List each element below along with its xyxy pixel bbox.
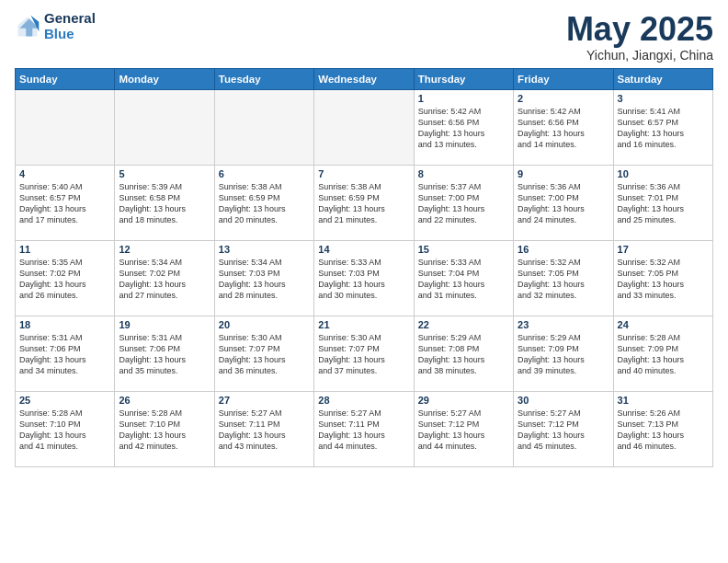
calendar-cell: 19Sunrise: 5:31 AMSunset: 7:06 PMDayligh… [115, 316, 214, 391]
calendar-cell [314, 89, 414, 165]
day-number: 10 [618, 168, 709, 179]
calendar-cell: 3Sunrise: 5:41 AMSunset: 6:57 PMDaylight… [613, 89, 712, 165]
day-info: Sunrise: 5:38 AMSunset: 6:59 PMDaylight:… [318, 181, 409, 226]
calendar-cell: 25Sunrise: 5:28 AMSunset: 7:10 PMDayligh… [16, 391, 115, 466]
day-info: Sunrise: 5:31 AMSunset: 7:06 PMDaylight:… [119, 332, 210, 377]
day-info: Sunrise: 5:39 AMSunset: 6:58 PMDaylight:… [119, 181, 210, 226]
day-info: Sunrise: 5:28 AMSunset: 7:10 PMDaylight:… [19, 408, 110, 453]
day-info: Sunrise: 5:28 AMSunset: 7:10 PMDaylight:… [119, 408, 210, 453]
day-number: 12 [119, 244, 210, 255]
day-number: 28 [318, 395, 409, 406]
day-number: 17 [618, 244, 709, 255]
location-subtitle: Yichun, Jiangxi, China [566, 48, 713, 63]
day-number: 30 [518, 395, 609, 406]
day-number: 16 [518, 244, 609, 255]
calendar-cell: 2Sunrise: 5:42 AMSunset: 6:56 PMDaylight… [514, 89, 613, 165]
calendar-cell: 17Sunrise: 5:32 AMSunset: 7:05 PMDayligh… [613, 240, 712, 316]
day-info: Sunrise: 5:30 AMSunset: 7:07 PMDaylight:… [219, 332, 310, 377]
calendar-cell: 5Sunrise: 5:39 AMSunset: 6:58 PMDaylight… [115, 165, 214, 240]
day-number: 6 [219, 168, 310, 179]
day-number: 18 [19, 319, 110, 330]
day-number: 11 [19, 244, 110, 255]
logo: General Blue [15, 11, 96, 41]
calendar-cell [16, 89, 115, 165]
day-info: Sunrise: 5:37 AMSunset: 7:00 PMDaylight:… [418, 181, 509, 226]
day-info: Sunrise: 5:36 AMSunset: 7:00 PMDaylight:… [518, 181, 609, 226]
calendar-cell: 1Sunrise: 5:42 AMSunset: 6:56 PMDaylight… [414, 89, 513, 165]
day-number: 13 [219, 244, 310, 255]
calendar-cell: 12Sunrise: 5:34 AMSunset: 7:02 PMDayligh… [115, 240, 214, 316]
day-info: Sunrise: 5:34 AMSunset: 7:02 PMDaylight:… [119, 257, 210, 302]
calendar-cell: 13Sunrise: 5:34 AMSunset: 7:03 PMDayligh… [214, 240, 313, 316]
day-info: Sunrise: 5:31 AMSunset: 7:06 PMDaylight:… [19, 332, 110, 377]
day-info: Sunrise: 5:35 AMSunset: 7:02 PMDaylight:… [19, 257, 110, 302]
weekday-header-monday: Monday [115, 68, 214, 89]
calendar-cell: 20Sunrise: 5:30 AMSunset: 7:07 PMDayligh… [214, 316, 313, 391]
day-number: 24 [618, 319, 709, 330]
day-info: Sunrise: 5:36 AMSunset: 7:01 PMDaylight:… [618, 181, 709, 226]
day-info: Sunrise: 5:26 AMSunset: 7:13 PMDaylight:… [618, 408, 709, 453]
day-number: 27 [219, 395, 310, 406]
day-info: Sunrise: 5:40 AMSunset: 6:57 PMDaylight:… [19, 181, 110, 226]
day-number: 23 [518, 319, 609, 330]
calendar-cell: 8Sunrise: 5:37 AMSunset: 7:00 PMDaylight… [414, 165, 513, 240]
calendar-cell: 29Sunrise: 5:27 AMSunset: 7:12 PMDayligh… [414, 391, 513, 466]
calendar-week-1: 1Sunrise: 5:42 AMSunset: 6:56 PMDaylight… [16, 89, 713, 165]
day-info: Sunrise: 5:34 AMSunset: 7:03 PMDaylight:… [219, 257, 310, 302]
calendar-week-5: 25Sunrise: 5:28 AMSunset: 7:10 PMDayligh… [16, 391, 713, 466]
weekday-header-sunday: Sunday [16, 68, 115, 89]
calendar-week-3: 11Sunrise: 5:35 AMSunset: 7:02 PMDayligh… [16, 240, 713, 316]
calendar-cell: 11Sunrise: 5:35 AMSunset: 7:02 PMDayligh… [16, 240, 115, 316]
day-info: Sunrise: 5:33 AMSunset: 7:04 PMDaylight:… [418, 257, 509, 302]
calendar-cell: 24Sunrise: 5:28 AMSunset: 7:09 PMDayligh… [613, 316, 712, 391]
day-number: 29 [418, 395, 509, 406]
header: General Blue May 2025 Yichun, Jiangxi, C… [15, 11, 713, 63]
day-info: Sunrise: 5:42 AMSunset: 6:56 PMDaylight:… [418, 106, 509, 151]
calendar-body: 1Sunrise: 5:42 AMSunset: 6:56 PMDaylight… [16, 89, 713, 466]
day-number: 14 [318, 244, 409, 255]
calendar-table: SundayMondayTuesdayWednesdayThursdayFrid… [15, 68, 713, 467]
calendar-week-2: 4Sunrise: 5:40 AMSunset: 6:57 PMDaylight… [16, 165, 713, 240]
calendar-cell: 23Sunrise: 5:29 AMSunset: 7:09 PMDayligh… [514, 316, 613, 391]
day-info: Sunrise: 5:27 AMSunset: 7:12 PMDaylight:… [418, 408, 509, 453]
calendar-cell: 28Sunrise: 5:27 AMSunset: 7:11 PMDayligh… [314, 391, 414, 466]
day-number: 22 [418, 319, 509, 330]
day-info: Sunrise: 5:42 AMSunset: 6:56 PMDaylight:… [518, 106, 609, 151]
day-number: 3 [618, 93, 709, 104]
calendar-page: General Blue May 2025 Yichun, Jiangxi, C… [0, 0, 728, 563]
day-number: 31 [618, 395, 709, 406]
calendar-cell: 10Sunrise: 5:36 AMSunset: 7:01 PMDayligh… [613, 165, 712, 240]
day-number: 2 [518, 93, 609, 104]
day-number: 15 [418, 244, 509, 255]
weekday-header-row: SundayMondayTuesdayWednesdayThursdayFrid… [16, 68, 713, 89]
day-info: Sunrise: 5:27 AMSunset: 7:11 PMDaylight:… [219, 408, 310, 453]
calendar-cell [214, 89, 313, 165]
day-number: 26 [119, 395, 210, 406]
calendar-cell: 6Sunrise: 5:38 AMSunset: 6:59 PMDaylight… [214, 165, 313, 240]
day-info: Sunrise: 5:38 AMSunset: 6:59 PMDaylight:… [219, 181, 310, 226]
day-info: Sunrise: 5:41 AMSunset: 6:57 PMDaylight:… [618, 106, 709, 151]
day-number: 20 [219, 319, 310, 330]
month-title: May 2025 [566, 11, 713, 48]
calendar-week-4: 18Sunrise: 5:31 AMSunset: 7:06 PMDayligh… [16, 316, 713, 391]
calendar-cell: 26Sunrise: 5:28 AMSunset: 7:10 PMDayligh… [115, 391, 214, 466]
day-info: Sunrise: 5:29 AMSunset: 7:09 PMDaylight:… [518, 332, 609, 377]
day-info: Sunrise: 5:27 AMSunset: 7:11 PMDaylight:… [318, 408, 409, 453]
calendar-cell: 15Sunrise: 5:33 AMSunset: 7:04 PMDayligh… [414, 240, 513, 316]
title-block: May 2025 Yichun, Jiangxi, China [566, 11, 713, 63]
day-info: Sunrise: 5:27 AMSunset: 7:12 PMDaylight:… [518, 408, 609, 453]
day-info: Sunrise: 5:28 AMSunset: 7:09 PMDaylight:… [618, 332, 709, 377]
day-info: Sunrise: 5:33 AMSunset: 7:03 PMDaylight:… [318, 257, 409, 302]
calendar-cell: 18Sunrise: 5:31 AMSunset: 7:06 PMDayligh… [16, 316, 115, 391]
calendar-cell: 27Sunrise: 5:27 AMSunset: 7:11 PMDayligh… [214, 391, 313, 466]
day-number: 9 [518, 168, 609, 179]
weekday-header-thursday: Thursday [414, 68, 513, 89]
day-number: 7 [318, 168, 409, 179]
day-number: 4 [19, 168, 110, 179]
calendar-cell: 14Sunrise: 5:33 AMSunset: 7:03 PMDayligh… [314, 240, 414, 316]
day-info: Sunrise: 5:32 AMSunset: 7:05 PMDaylight:… [618, 257, 709, 302]
day-info: Sunrise: 5:32 AMSunset: 7:05 PMDaylight:… [518, 257, 609, 302]
day-number: 1 [418, 93, 509, 104]
calendar-cell: 30Sunrise: 5:27 AMSunset: 7:12 PMDayligh… [514, 391, 613, 466]
weekday-header-tuesday: Tuesday [214, 68, 313, 89]
